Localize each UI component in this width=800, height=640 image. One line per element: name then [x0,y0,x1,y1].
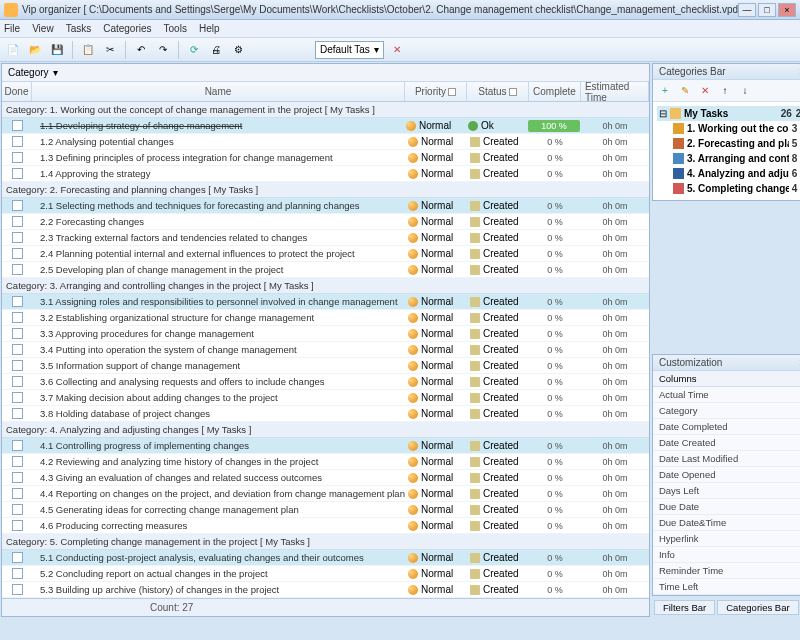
filter-icon[interactable] [509,88,517,96]
category-row[interactable]: Category: 2. Forecasting and planning ch… [2,182,649,198]
print-button[interactable]: 🖨 [207,41,225,59]
task-row[interactable]: 4.6 Producing correcting measuresNormalC… [2,518,649,534]
checkbox[interactable] [12,264,23,275]
tree-item[interactable]: 3. Arranging and controlling chan88 [671,151,800,166]
close-button[interactable]: × [778,3,796,17]
checkbox[interactable] [12,232,23,243]
customization-item[interactable]: Time Left [653,579,800,595]
col-complete[interactable]: Complete [529,82,581,101]
task-row[interactable]: 1.1 Developing strategy of change manage… [2,118,649,134]
checkbox[interactable] [12,408,23,419]
checkbox[interactable] [12,136,23,147]
checkbox[interactable] [12,568,23,579]
customization-item[interactable]: Info [653,547,800,563]
checkbox[interactable] [12,520,23,531]
customization-item[interactable]: Category [653,403,800,419]
task-row[interactable]: 4.3 Giving an evaluation of changes and … [2,470,649,486]
checkbox[interactable] [12,200,23,211]
task-row[interactable]: 3.1 Assigning roles and responsibilities… [2,294,649,310]
menu-view[interactable]: View [32,23,54,34]
task-row[interactable]: 1.2 Analysing potential changesNormalCre… [2,134,649,150]
task-row[interactable]: 5.2 Concluding report on actual changes … [2,566,649,582]
checkbox[interactable] [12,552,23,563]
cut-button[interactable]: ✂ [101,41,119,59]
checkbox[interactable] [12,248,23,259]
refresh-button[interactable]: ⟳ [185,41,203,59]
redo-button[interactable]: ↷ [154,41,172,59]
panel-tab[interactable]: Filters Bar [654,600,715,615]
copy-button[interactable]: 📋 [79,41,97,59]
checkbox[interactable] [12,360,23,371]
task-row[interactable]: 3.6 Collecting and analysing requests an… [2,374,649,390]
maximize-button[interactable]: □ [758,3,776,17]
col-done[interactable]: Done [2,82,32,101]
save-button[interactable]: 💾 [48,41,66,59]
new-button[interactable]: 📄 [4,41,22,59]
customization-item[interactable]: Due Date [653,499,800,515]
task-row[interactable]: 2.1 Selecting methods and techniques for… [2,198,649,214]
category-row[interactable]: Category: 3. Arranging and controlling c… [2,278,649,294]
col-time[interactable]: Estimated Time [581,82,649,101]
customization-item[interactable]: Actual Time [653,387,800,403]
col-priority[interactable]: Priority [405,82,467,101]
menu-file[interactable]: File [4,23,20,34]
task-row[interactable]: 2.2 Forecasting changesNormalCreated0 %0… [2,214,649,230]
task-row[interactable]: 2.5 Developing plan of change management… [2,262,649,278]
task-row[interactable]: 4.2 Reviewing and analyzing time history… [2,454,649,470]
menu-tasks[interactable]: Tasks [66,23,92,34]
customization-item[interactable]: Days Left [653,483,800,499]
undo-button[interactable]: ↶ [132,41,150,59]
category-row[interactable]: Category: 4. Analyzing and adjusting cha… [2,422,649,438]
checkbox[interactable] [12,312,23,323]
checkbox[interactable] [12,120,23,131]
task-row[interactable]: 3.3 Approving procedures for change mana… [2,326,649,342]
menu-help[interactable]: Help [199,23,220,34]
task-row[interactable]: 3.4 Putting into operation the system of… [2,342,649,358]
task-row[interactable]: 4.1 Controlling progress of implementing… [2,438,649,454]
tree-down-button[interactable]: ↓ [737,83,753,99]
customization-item[interactable]: Date Created [653,435,800,451]
grid-body[interactable]: Category: 1. Working out the concept of … [2,102,649,598]
task-row[interactable]: 3.5 Information support of change manage… [2,358,649,374]
checkbox[interactable] [12,376,23,387]
tree-edit-button[interactable]: ✎ [677,83,693,99]
checkbox[interactable] [12,168,23,179]
task-row[interactable]: 2.3 Tracking external factors and tenden… [2,230,649,246]
col-status[interactable]: Status [467,82,529,101]
filter-clear-button[interactable]: ✕ [388,41,406,59]
tree-item[interactable]: 2. Forecasting and planning chan55 [671,136,800,151]
tree-up-button[interactable]: ↑ [717,83,733,99]
menu-categories[interactable]: Categories [103,23,151,34]
task-row[interactable]: 2.4 Planning potential internal and exte… [2,246,649,262]
task-row[interactable]: 4.4 Reporting on changes on the project,… [2,486,649,502]
tree-item[interactable]: 5. Completing change managemen44 [671,181,800,196]
customization-item[interactable]: Date Last Modified [653,451,800,467]
task-row[interactable]: 5.3 Building up archive (history) of cha… [2,582,649,598]
checkbox[interactable] [12,344,23,355]
task-row[interactable]: 3.2 Establishing organizational structur… [2,310,649,326]
checkbox[interactable] [12,504,23,515]
open-button[interactable]: 📂 [26,41,44,59]
category-row[interactable]: Category: 5. Completing change managemen… [2,534,649,550]
task-row[interactable]: 3.7 Making decision about adding changes… [2,390,649,406]
tree-item[interactable]: 4. Analyzing and adjusting chang66 [671,166,800,181]
tree-item[interactable]: 1. Working out the concept of ch34 [671,121,800,136]
col-name[interactable]: Name [32,82,405,101]
checkbox[interactable] [12,296,23,307]
task-row[interactable]: 4.5 Generating ideas for correcting chan… [2,502,649,518]
tree-root[interactable]: ⊟ My Tasks 2627 [657,106,800,121]
checkbox[interactable] [12,216,23,227]
checkbox[interactable] [12,440,23,451]
category-tab[interactable]: Category ▾ [2,64,649,82]
task-row[interactable]: 1.3 Defining principles of process integ… [2,150,649,166]
task-row[interactable]: 1.4 Approving the strategyNormalCreated0… [2,166,649,182]
filter-combo[interactable]: Default Tas▾ [315,41,384,59]
checkbox[interactable] [12,584,23,595]
checkbox[interactable] [12,392,23,403]
customization-item[interactable]: Date Completed [653,419,800,435]
settings-button[interactable]: ⚙ [229,41,247,59]
tree-new-button[interactable]: + [657,83,673,99]
checkbox[interactable] [12,456,23,467]
checkbox[interactable] [12,488,23,499]
filter-icon[interactable] [448,88,456,96]
